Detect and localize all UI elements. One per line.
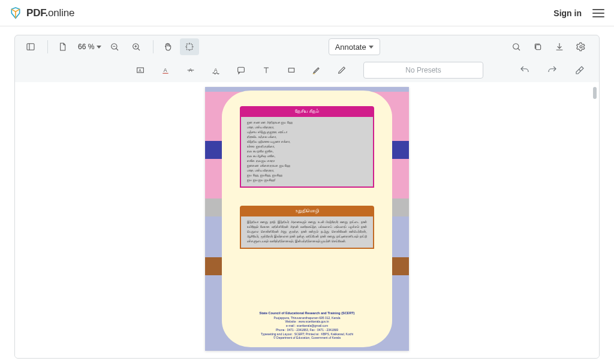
pdf-viewer: 66 % Annotate <box>14 35 600 359</box>
underline-tool[interactable]: A <box>156 62 175 79</box>
chevron-down-icon <box>97 46 101 49</box>
svg-point-21 <box>580 46 582 48</box>
zoom-dropdown[interactable]: 66 % <box>78 43 101 51</box>
anthem-line: உச்சல ஜலதி தரங்கா, <box>247 145 367 149</box>
anthem-line: தவ சுப நாமே ஜாகே, <box>247 149 367 154</box>
document-canvas[interactable]: தேசிய கீதம் ஜன கண மன அதிநாயக ஜய ஹே பாரத … <box>15 82 599 358</box>
footer-dept: © Department of Education, Government of… <box>205 336 409 340</box>
squiggly-tool[interactable]: A <box>206 62 225 79</box>
squiggly-a-icon: A <box>211 65 221 75</box>
annotation-toolbar: A A A A No Presets <box>15 58 599 82</box>
redo-button[interactable] <box>543 62 562 79</box>
brand-primary: PDF. <box>26 7 48 19</box>
anthem-line: ஜய ஜய ஜய ஜயஹே! <box>247 178 367 183</box>
pledge-box: உறுதிமொழி இந்தியா எனது நாடு. இந்தியர் அன… <box>240 206 374 249</box>
search-icon <box>511 42 521 52</box>
footer-print: Typesetting and Layout : SCERT; Printed … <box>205 332 409 336</box>
pen-tool[interactable] <box>332 62 351 79</box>
undo-icon <box>519 65 530 76</box>
zoom-value: 66 % <box>78 43 94 51</box>
download-icon <box>555 42 564 52</box>
zoom-out-button[interactable] <box>105 38 124 55</box>
footer-addr: Poojappura, Thiruvananthapuram 695 012, … <box>205 316 409 320</box>
sign-in-link[interactable]: Sign in <box>553 8 582 18</box>
redo-icon <box>547 65 558 76</box>
anthem-line: விந்திய ஹிமாசல யமுனா கங்கா, <box>247 140 367 145</box>
svg-rect-18 <box>536 45 541 50</box>
svg-rect-11 <box>187 44 192 49</box>
panel-icon <box>26 42 35 52</box>
svg-text:A: A <box>164 67 167 73</box>
footer-email: e-mail : scertkerala@gmail.com <box>205 324 409 328</box>
svg-text:A: A <box>214 67 218 73</box>
footer-phone: Phone : 0471 - 2341883, Fax : 0471 - 234… <box>205 328 409 332</box>
undo-button[interactable] <box>515 62 534 79</box>
page-footer: State Council of Educational Research an… <box>205 311 409 340</box>
sidebar-toggle-button[interactable] <box>21 38 40 55</box>
annotate-label: Annotate <box>335 43 366 52</box>
svg-line-17 <box>518 49 520 50</box>
download-button[interactable] <box>550 38 569 55</box>
page-nav-button[interactable] <box>53 38 72 55</box>
anthem-line: பாரத பாக்ய விதாதா, <box>247 169 367 173</box>
annotate-dropdown[interactable]: Annotate <box>329 38 380 55</box>
textbox-icon: A <box>136 65 145 75</box>
pan-tool-button[interactable] <box>158 38 177 55</box>
text-box-tool[interactable]: A <box>131 62 150 79</box>
scrollbar-thumb[interactable] <box>593 87 597 99</box>
brand-logo <box>10 7 22 19</box>
pledge-body: இந்தியா எனது நாடு. இந்தியர் அனைவரும் எனத… <box>240 216 374 249</box>
brand-logo-icon <box>10 7 22 19</box>
separator <box>153 40 154 53</box>
pledge-title: உறுதிமொழி <box>240 206 374 216</box>
multi-window-button[interactable] <box>528 38 547 55</box>
anthem-body: ஜன கண மன அதிநாயக ஜய ஹே பாரத பாக்ய விதாதா… <box>240 117 374 188</box>
anthem-line: தவ சுப ஆசிஷ மாகே, <box>247 154 367 159</box>
svg-text:A: A <box>139 68 142 73</box>
anthem-title: தேசிய கீதம் <box>240 106 374 117</box>
anthem-line: ஜன கண மன அதிநாயக ஜய ஹே <box>247 121 367 125</box>
page-icon <box>58 42 67 52</box>
select-tool-button[interactable] <box>180 38 199 55</box>
strike-a-icon: A <box>186 65 195 75</box>
anthem-line: ஜனகண மங்கள தாயக ஜய ஹே <box>247 164 367 169</box>
brand-secondary: online <box>48 7 74 19</box>
eraser-button[interactable] <box>570 62 589 79</box>
free-text-tool[interactable] <box>257 62 276 79</box>
top-nav: PDF.online Sign in <box>0 0 614 26</box>
presets-dropdown[interactable]: No Presets <box>363 62 483 79</box>
anthem-line: பாரத பாக்ய விதாதா, <box>247 125 367 130</box>
highlighter-icon <box>312 65 321 75</box>
zoom-out-icon <box>110 42 119 52</box>
anthem-line: திராவிட உத்கல பங்கா, <box>247 135 367 140</box>
strike-tool[interactable]: A <box>181 62 200 79</box>
select-icon <box>185 42 194 52</box>
primary-toolbar: 66 % Annotate <box>15 35 599 58</box>
search-button[interactable] <box>507 38 526 55</box>
highlighter-tool[interactable] <box>307 62 326 79</box>
separator <box>47 40 48 53</box>
footer-org: State Council of Educational Research an… <box>205 311 409 315</box>
footer-web: Website : www.scertkerala.gov.in <box>205 320 409 324</box>
zoom-in-button[interactable] <box>127 38 146 55</box>
text-t-icon <box>261 65 271 75</box>
presets-label: No Presets <box>405 66 441 74</box>
svg-point-16 <box>513 44 519 49</box>
menu-icon[interactable] <box>592 9 604 17</box>
comment-icon <box>236 65 246 75</box>
anthem-line: பஞ்சாப ஸிந்து குஜராத மராட்டா <box>247 130 367 135</box>
hand-icon <box>163 42 173 52</box>
shape-tool[interactable] <box>282 62 301 79</box>
comment-tool[interactable] <box>231 62 251 79</box>
svg-rect-32 <box>288 68 294 73</box>
anthem-line: காகே தவ ஜய காதா <box>247 159 367 164</box>
chevron-down-icon <box>369 46 374 49</box>
anthem-line: ஜய ஹே, ஜயஹே, ஜயஹே <box>247 173 367 178</box>
zoom-in-icon <box>131 42 141 52</box>
brand-title: PDF.online <box>26 7 74 19</box>
underline-a-icon: A <box>161 65 170 75</box>
pen-icon <box>337 65 347 75</box>
svg-line-6 <box>116 49 118 50</box>
settings-button[interactable] <box>571 38 591 55</box>
eraser-icon <box>574 65 585 76</box>
